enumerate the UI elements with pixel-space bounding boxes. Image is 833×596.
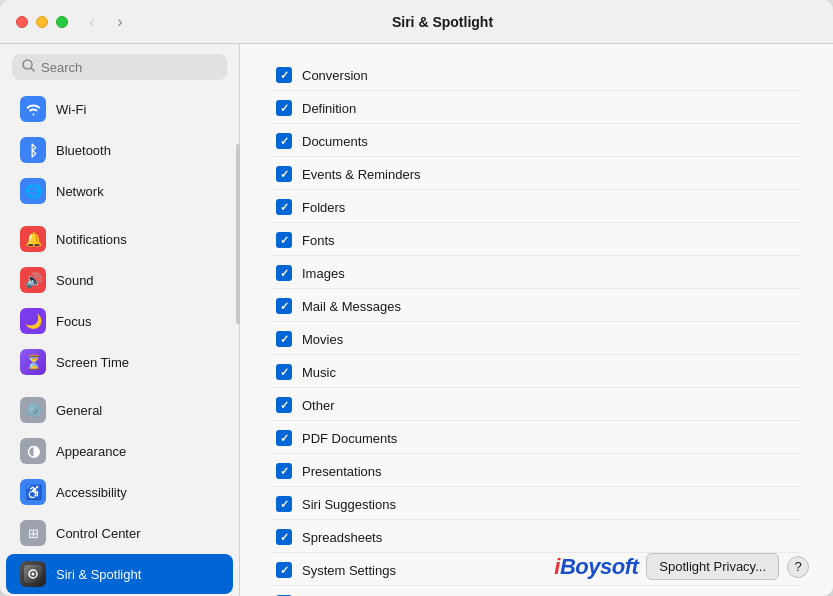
minimize-button[interactable] [36, 16, 48, 28]
checkbox-label: Definition [302, 101, 356, 116]
checkbox-item[interactable]: ✓Other [272, 390, 801, 421]
help-button[interactable]: ? [787, 556, 809, 578]
checkbox-item[interactable]: ✓Spreadsheets [272, 522, 801, 553]
checkbox[interactable]: ✓ [276, 133, 292, 149]
sidebar-item-accessibility[interactable]: ♿ Accessibility [6, 472, 233, 512]
checkbox-label: Other [302, 398, 335, 413]
sidebar-item-wifi[interactable]: Wi-Fi [6, 89, 233, 129]
sidebar-item-bluetooth[interactable]: ᛒ Bluetooth [6, 130, 233, 170]
checkbox-check: ✓ [280, 565, 289, 576]
sound-icon: 🔊 [20, 267, 46, 293]
checkbox[interactable]: ✓ [276, 331, 292, 347]
checkbox-label: Spreadsheets [302, 530, 382, 545]
checkbox[interactable]: ✓ [276, 166, 292, 182]
checkbox-item[interactable]: ✓PDF Documents [272, 423, 801, 454]
sidebar-item-appearance[interactable]: ◑ Appearance [6, 431, 233, 471]
checkbox[interactable]: ✓ [276, 463, 292, 479]
logo-text: Boysoft [560, 554, 638, 579]
checkbox-label: Images [302, 266, 345, 281]
siri-icon [20, 561, 46, 587]
checkbox-item[interactable]: ✓Fonts [272, 225, 801, 256]
checkbox-label: Fonts [302, 233, 335, 248]
focus-icon: 🌙 [20, 308, 46, 334]
checkbox-check: ✓ [280, 103, 289, 114]
checkbox[interactable]: ✓ [276, 364, 292, 380]
checkbox-item[interactable]: ✓Images [272, 258, 801, 289]
checkbox[interactable]: ✓ [276, 496, 292, 512]
search-box[interactable] [12, 54, 227, 80]
checkbox-item[interactable]: ✓Conversion [272, 60, 801, 91]
sidebar-label-controlcenter: Control Center [56, 526, 141, 541]
checkbox-item[interactable]: ✓Documents [272, 126, 801, 157]
content-area: ✓Conversion✓Definition✓Documents✓Events … [240, 44, 833, 596]
sidebar-label-accessibility: Accessibility [56, 485, 127, 500]
checkbox-label: Conversion [302, 68, 368, 83]
checkbox-check: ✓ [280, 301, 289, 312]
sidebar-item-notifications[interactable]: 🔔 Notifications [6, 219, 233, 259]
checkbox[interactable]: ✓ [276, 397, 292, 413]
checkbox-item[interactable]: ✓Mail & Messages [272, 291, 801, 322]
maximize-button[interactable] [56, 16, 68, 28]
checkbox-list: ✓Conversion✓Definition✓Documents✓Events … [272, 60, 801, 596]
checkbox-label: System Settings [302, 563, 396, 578]
sidebar-item-network[interactable]: 🌐 Network [6, 171, 233, 211]
general-icon: ⚙️ [20, 397, 46, 423]
checkbox-label: Siri Suggestions [302, 497, 396, 512]
checkbox-check: ✓ [280, 202, 289, 213]
controlcenter-icon: ⊞ [20, 520, 46, 546]
checkbox[interactable]: ✓ [276, 100, 292, 116]
checkbox-check: ✓ [280, 235, 289, 246]
bluetooth-icon: ᛒ [20, 137, 46, 163]
checkbox-item[interactable]: ✓Definition [272, 93, 801, 124]
checkbox-item[interactable]: ✓Music [272, 357, 801, 388]
sidebar-list: Wi-Fi ᛒ Bluetooth 🌐 Network 🔔 Notif [0, 88, 239, 596]
checkbox-check: ✓ [280, 169, 289, 180]
wifi-icon [20, 96, 46, 122]
sidebar-label-notifications: Notifications [56, 232, 127, 247]
close-button[interactable] [16, 16, 28, 28]
checkbox[interactable]: ✓ [276, 199, 292, 215]
checkbox-check: ✓ [280, 532, 289, 543]
checkbox-label: Events & Reminders [302, 167, 421, 182]
checkbox[interactable]: ✓ [276, 529, 292, 545]
checkbox-item[interactable]: ✓Events & Reminders [272, 159, 801, 190]
checkbox-item[interactable]: ✓Presentations [272, 456, 801, 487]
sidebar-label-siri: Siri & Spotlight [56, 567, 141, 582]
search-icon [22, 59, 35, 75]
sidebar-item-screentime[interactable]: ⏳ Screen Time [6, 342, 233, 382]
sidebar-label-bluetooth: Bluetooth [56, 143, 111, 158]
appearance-icon: ◑ [20, 438, 46, 464]
checkbox-item[interactable]: ✓Tips [272, 588, 801, 596]
sidebar-scrollbar[interactable] [236, 144, 240, 324]
checkbox-item[interactable]: ✓Folders [272, 192, 801, 223]
search-input[interactable] [41, 60, 217, 75]
sidebar: Wi-Fi ᛒ Bluetooth 🌐 Network 🔔 Notif [0, 44, 240, 596]
sidebar-item-focus[interactable]: 🌙 Focus [6, 301, 233, 341]
sidebar-item-sound[interactable]: 🔊 Sound [6, 260, 233, 300]
checkbox-label: Documents [302, 134, 368, 149]
sidebar-label-sound: Sound [56, 273, 94, 288]
system-preferences-window: ‹ › Siri & Spotlight [0, 0, 833, 596]
checkbox-item[interactable]: ✓Movies [272, 324, 801, 355]
svg-line-1 [31, 68, 34, 71]
sidebar-item-controlcenter[interactable]: ⊞ Control Center [6, 513, 233, 553]
checkbox-check: ✓ [280, 466, 289, 477]
sidebar-item-general[interactable]: ⚙️ General [6, 390, 233, 430]
search-container [0, 44, 239, 88]
checkbox-label: PDF Documents [302, 431, 397, 446]
bottom-bar: iBoysoft Spotlight Privacy... ? [554, 553, 809, 580]
checkbox[interactable]: ✓ [276, 562, 292, 578]
screentime-icon: ⏳ [20, 349, 46, 375]
checkbox-item[interactable]: ✓Siri Suggestions [272, 489, 801, 520]
sidebar-label-appearance: Appearance [56, 444, 126, 459]
window-title: Siri & Spotlight [68, 14, 817, 30]
checkbox[interactable]: ✓ [276, 298, 292, 314]
checkbox[interactable]: ✓ [276, 430, 292, 446]
sidebar-item-siri[interactable]: Siri & Spotlight [6, 554, 233, 594]
checkbox[interactable]: ✓ [276, 232, 292, 248]
checkbox[interactable]: ✓ [276, 67, 292, 83]
spotlight-privacy-button[interactable]: Spotlight Privacy... [646, 553, 779, 580]
checkbox-check: ✓ [280, 433, 289, 444]
checkbox[interactable]: ✓ [276, 265, 292, 281]
checkbox-check: ✓ [280, 136, 289, 147]
